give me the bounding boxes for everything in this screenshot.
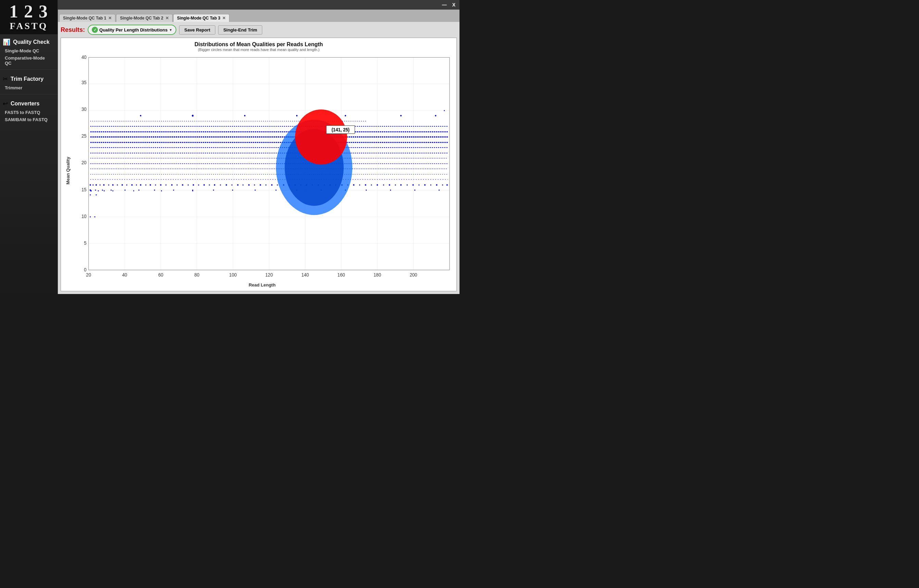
svg-point-125 — [377, 184, 378, 186]
svg-point-53 — [102, 190, 103, 191]
svg-point-106 — [265, 184, 266, 186]
svg-point-101 — [237, 184, 239, 186]
svg-point-60 — [213, 190, 214, 191]
svg-point-100 — [231, 184, 233, 186]
converters-icon: ↩ — [3, 100, 8, 107]
svg-text:40: 40 — [122, 273, 127, 278]
svg-point-105 — [259, 184, 261, 186]
svg-point-151 — [192, 115, 193, 116]
svg-point-103 — [248, 184, 249, 186]
sidebar-item-sam-bam-to-fastq[interactable]: SAM/BAM to FASTQ — [2, 116, 55, 123]
tab-3-label: Single-Mode QC Tab 3 — [177, 16, 220, 21]
svg-point-94 — [198, 184, 199, 186]
quality-dropdown[interactable]: ✓ Quality Per Length Distributions ▼ — [87, 25, 176, 35]
svg-text:120: 120 — [265, 273, 273, 278]
svg-point-95 — [203, 184, 205, 186]
svg-point-78 — [117, 184, 118, 186]
svg-point-102 — [243, 184, 243, 186]
tab-3-close[interactable]: ✕ — [222, 16, 226, 21]
sidebar-item-comparative-mode-qc[interactable]: Comparative-Mode QC — [2, 55, 55, 67]
svg-point-87 — [160, 184, 161, 186]
tab-2-close[interactable]: ✕ — [165, 16, 169, 21]
svg-point-83 — [140, 184, 141, 186]
svg-point-134 — [430, 184, 431, 186]
save-report-button[interactable]: Save Report — [179, 25, 215, 35]
svg-point-131 — [412, 184, 414, 186]
y-axis-label: Mean Quality — [65, 54, 71, 288]
svg-point-126 — [383, 184, 384, 186]
svg-text:140: 140 — [301, 273, 309, 278]
svg-point-57 — [154, 190, 155, 191]
results-bar: Results: ✓ Quality Per Length Distributi… — [61, 25, 457, 35]
svg-point-92 — [188, 184, 189, 186]
svg-text:200: 200 — [409, 273, 417, 278]
svg-text:(141, 25): (141, 25) — [332, 127, 349, 132]
svg-point-128 — [395, 184, 396, 186]
quality-check-section: 📊 Quality Check Single-Mode QC Comparati… — [0, 34, 58, 68]
close-button[interactable]: X — [451, 2, 457, 8]
svg-point-133 — [424, 184, 426, 186]
svg-point-71 — [90, 184, 91, 186]
svg-point-51 — [90, 189, 91, 191]
chart-title: Distributions of Mean Qualities per Read… — [65, 41, 453, 48]
svg-point-77 — [112, 184, 114, 186]
tab-1[interactable]: Single-Mode QC Tab 1 ✕ — [59, 14, 115, 22]
svg-point-75 — [103, 184, 104, 186]
svg-point-52 — [95, 190, 96, 191]
svg-point-156 — [435, 115, 436, 116]
sidebar-item-single-mode-qc[interactable]: Single-Mode QC — [2, 47, 55, 55]
single-end-trim-button[interactable]: Single-End Trim — [218, 25, 262, 35]
svg-text:60: 60 — [158, 273, 163, 278]
svg-point-49 — [161, 190, 162, 191]
tab-3[interactable]: Single-Mode QC Tab 3 ✕ — [173, 14, 230, 22]
svg-point-91 — [182, 184, 183, 186]
svg-point-108 — [277, 184, 278, 186]
svg-point-63 — [276, 190, 277, 191]
svg-point-90 — [177, 184, 178, 186]
converters-title: Converters — [11, 101, 39, 107]
divider-1 — [0, 69, 58, 70]
svg-point-121 — [353, 184, 354, 186]
svg-point-97 — [214, 184, 215, 186]
svg-point-73 — [95, 184, 97, 186]
tab-2[interactable]: Single-Mode QC Tab 2 ✕ — [116, 14, 172, 22]
results-label: Results: — [61, 26, 85, 34]
svg-point-157 — [444, 110, 445, 111]
svg-point-129 — [400, 184, 402, 186]
svg-point-61 — [232, 190, 233, 191]
svg-point-59 — [192, 190, 193, 191]
dropdown-arrow-icon: ▼ — [169, 28, 172, 32]
svg-text:0: 0 — [84, 267, 86, 273]
minimize-button[interactable]: — — [441, 2, 448, 8]
svg-point-68 — [390, 190, 391, 191]
sidebar-item-fast5-to-fastq[interactable]: FAST5 to FASTQ — [2, 109, 55, 116]
logo-numbers: 1 2 3 — [3, 3, 55, 21]
sidebar-item-trimmer[interactable]: Trimmer — [2, 84, 55, 91]
tab-1-close[interactable]: ✕ — [108, 16, 112, 21]
sidebar: 1 2 3 FASTQ 📊 Quality Check Single-Mode … — [0, 0, 58, 294]
svg-point-135 — [436, 184, 437, 186]
quality-check-title: Quality Check — [13, 39, 50, 45]
svg-point-130 — [407, 184, 408, 186]
svg-point-123 — [365, 184, 366, 186]
chart-subtitle: (Bigger circles mean that more reads hav… — [65, 48, 453, 52]
converters-section: ↩ Converters FAST5 to FASTQ SAM/BAM to F… — [0, 96, 58, 124]
chart-plot-area: 0 5 10 15 20 25 30 35 40 20 40 — [71, 54, 453, 288]
main-area: — X Single-Mode QC Tab 1 ✕ Single-Mode Q… — [58, 0, 460, 294]
svg-point-99 — [226, 184, 227, 186]
svg-point-56 — [138, 190, 139, 191]
converters-header: ↩ Converters — [2, 99, 55, 109]
trim-factory-header: ✂ Trim Factory — [2, 74, 55, 84]
svg-point-154 — [345, 115, 346, 116]
svg-point-132 — [418, 184, 419, 186]
svg-point-152 — [244, 115, 246, 116]
app-logo: 1 2 3 FASTQ — [0, 0, 58, 34]
svg-point-153 — [296, 115, 298, 116]
quality-check-icon: 📊 — [3, 38, 10, 46]
tab-2-label: Single-Mode QC Tab 2 — [120, 16, 163, 21]
svg-point-80 — [126, 184, 127, 186]
svg-text:20: 20 — [86, 273, 91, 278]
x-axis-label: Read Length — [71, 283, 453, 288]
trim-factory-title: Trim Factory — [11, 76, 44, 82]
svg-point-47 — [112, 190, 113, 191]
